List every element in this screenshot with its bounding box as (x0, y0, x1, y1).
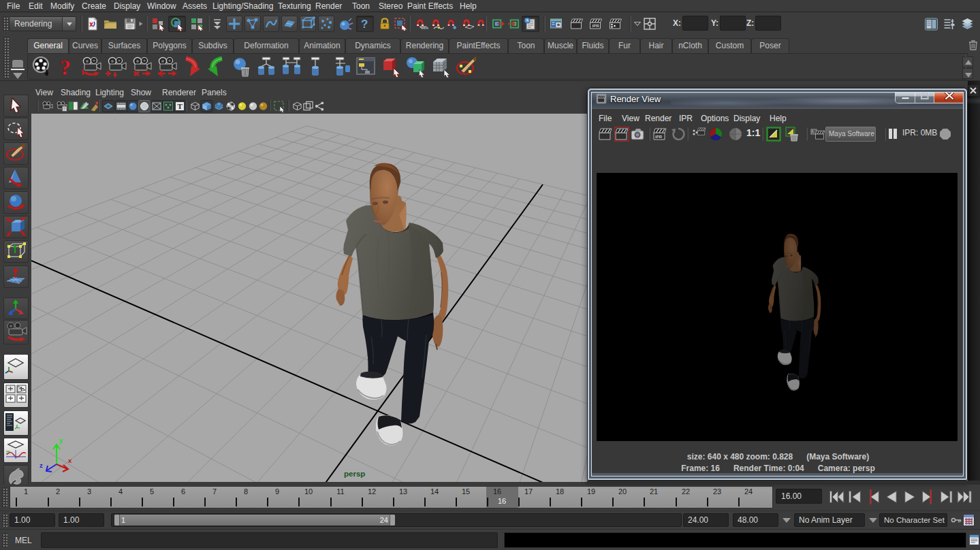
svg-text:persp: persp (344, 470, 365, 478)
svg-text:y: y (59, 436, 63, 444)
svg-text:?: ? (361, 18, 368, 31)
svg-text:z: z (39, 462, 43, 469)
svg-text:x: x (68, 457, 72, 464)
svg-text:T: T (178, 102, 183, 110)
svg-text:?: ? (60, 56, 71, 78)
svg-text:IPR: IPR (592, 24, 600, 28)
svg-text:IPR: IPR (655, 135, 663, 139)
